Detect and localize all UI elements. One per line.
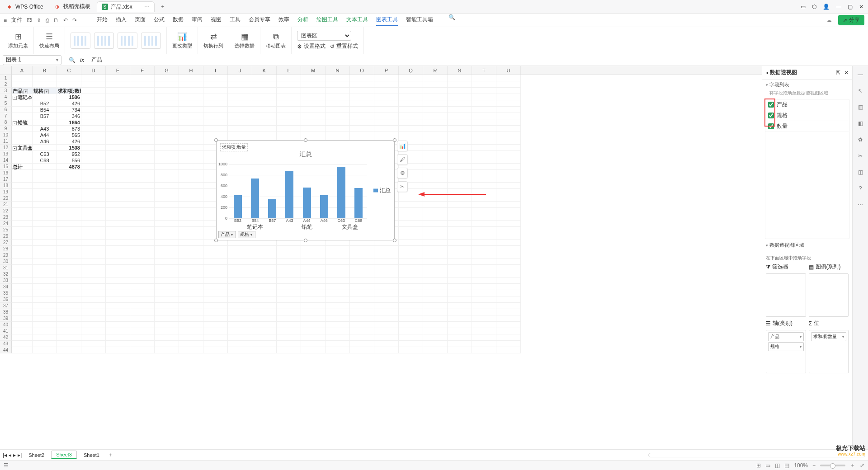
cell[interactable] [130,271,155,277]
cell[interactable] [448,170,472,176]
cell[interactable] [81,170,106,176]
redo-icon[interactable]: ↷ [72,17,77,24]
cell[interactable] [33,208,57,214]
cell[interactable] [12,202,33,208]
cell[interactable] [252,322,277,328]
cell[interactable] [33,303,57,309]
tab-formula[interactable]: 公式 [154,14,165,26]
cell[interactable] [472,271,496,277]
cell[interactable] [130,303,155,309]
cell[interactable] [106,296,130,303]
cell[interactable] [33,183,57,189]
add-sheet-button[interactable]: ＋ [106,451,114,459]
cell[interactable] [155,81,179,88]
cell[interactable] [130,88,155,94]
cell[interactable] [228,258,252,265]
cell[interactable] [277,94,301,100]
cell[interactable] [155,221,179,227]
cell[interactable] [203,258,228,265]
cell[interactable] [326,258,350,265]
cell[interactable] [496,328,521,334]
cell[interactable] [57,341,81,347]
cell[interactable] [350,309,374,315]
value-chip-sumqty[interactable]: 求和项:数量 [811,332,847,341]
avatar-icon[interactable]: 👤 [823,4,830,10]
sheet-nav-last[interactable]: ▸| [18,452,22,458]
cell[interactable] [496,94,521,100]
cell[interactable] [496,208,521,214]
cell[interactable] [203,75,228,81]
cell[interactable] [12,271,33,277]
cell[interactable] [326,88,350,94]
cell[interactable] [472,151,496,157]
cell[interactable] [228,315,252,322]
cell[interactable] [326,271,350,277]
cell[interactable] [106,189,130,195]
cell[interactable] [326,107,350,113]
cell[interactable] [155,100,179,107]
cell[interactable] [472,246,496,252]
cell[interactable] [130,221,155,227]
cell[interactable] [399,195,423,202]
cell[interactable] [399,214,423,221]
field-checkbox[interactable] [768,102,774,108]
cell[interactable] [130,246,155,252]
row-header[interactable]: 5 [0,100,12,107]
cell[interactable] [472,309,496,315]
cell[interactable] [203,132,228,138]
cell[interactable] [12,233,33,240]
tab-analyze[interactable]: 分析 [297,14,308,26]
rail-style-icon[interactable]: ✿ [855,135,865,145]
rail-collapse-icon[interactable]: — [855,70,865,80]
cell[interactable] [155,145,179,151]
cell[interactable] [12,126,33,132]
cell[interactable] [33,119,57,126]
tab-page[interactable]: 页面 [135,14,146,26]
cell[interactable] [423,189,448,195]
cell[interactable] [252,258,277,265]
cell[interactable] [277,303,301,309]
cell[interactable] [106,126,130,132]
cell[interactable] [203,119,228,126]
cell[interactable] [350,113,374,119]
cell[interactable] [423,119,448,126]
cell[interactable] [179,170,203,176]
cell[interactable] [179,277,203,284]
cell[interactable] [155,309,179,315]
cell[interactable] [496,189,521,195]
axis-drop-area[interactable]: 产品 规格 [766,330,806,373]
cell[interactable]: 952 [57,151,81,157]
cell[interactable] [12,252,33,258]
cell[interactable] [130,309,155,315]
cell[interactable] [472,145,496,151]
chart-bar[interactable] [354,188,363,218]
sheet-nav-prev[interactable]: ◂ [9,452,11,458]
cell[interactable] [448,334,472,341]
rail-layer-icon[interactable]: ◧ [855,118,865,128]
view-page-icon[interactable]: ▭ [765,462,770,469]
cell[interactable] [228,303,252,309]
cell[interactable] [81,214,106,221]
cell[interactable] [179,81,203,88]
cell[interactable] [12,227,33,233]
cell[interactable] [374,246,399,252]
cell[interactable] [472,94,496,100]
cell[interactable] [12,138,33,145]
cell[interactable] [106,113,130,119]
axis-chip-product[interactable]: 产品 [768,332,804,341]
cell[interactable] [277,107,301,113]
cell[interactable] [423,290,448,296]
cell[interactable] [448,221,472,227]
cell[interactable] [106,233,130,240]
cell[interactable] [12,183,33,189]
cell[interactable] [301,81,326,88]
cell[interactable] [228,271,252,277]
cell[interactable] [448,271,472,277]
cell[interactable] [179,94,203,100]
cell[interactable] [326,328,350,334]
cell[interactable] [33,347,57,353]
cell[interactable] [203,303,228,309]
cell[interactable] [130,113,155,119]
cell[interactable] [81,151,106,157]
cell[interactable] [448,258,472,265]
